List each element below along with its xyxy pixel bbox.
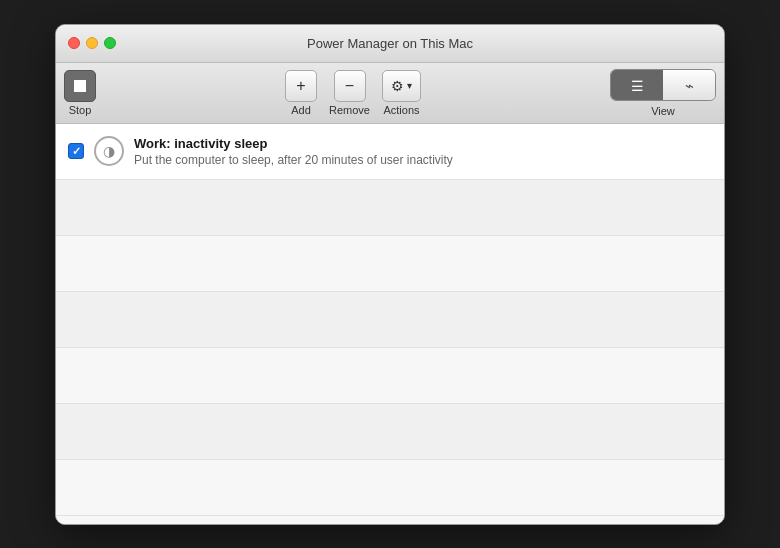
app-window: Power Manager on This Mac Stop + Add − R… (55, 24, 725, 525)
item-title: Work: inactivity sleep (134, 136, 453, 151)
empty-row (56, 292, 724, 348)
actions-group: ⚙ ▾ Actions (382, 70, 421, 116)
stop-icon (74, 80, 86, 92)
empty-row (56, 404, 724, 460)
stop-button[interactable] (64, 70, 96, 102)
item-text: Work: inactivity sleep Put the computer … (134, 136, 453, 167)
chevron-down-icon: ▾ (407, 80, 412, 91)
empty-row (56, 180, 724, 236)
moon-icon: ◑ (103, 143, 115, 159)
center-actions: + Add − Remove ⚙ ▾ Actions (285, 70, 421, 116)
remove-label: Remove (329, 104, 370, 116)
minimize-button[interactable] (86, 37, 98, 49)
check-icon: ✓ (72, 145, 81, 158)
remove-button[interactable]: − (334, 70, 366, 102)
empty-row (56, 348, 724, 404)
close-button[interactable] (68, 37, 80, 49)
titlebar: Power Manager on This Mac (56, 25, 724, 63)
view-group: ☰ ⌁ View (610, 69, 716, 117)
gear-icon: ⚙ (391, 78, 404, 94)
add-button[interactable]: + (285, 70, 317, 102)
empty-row (56, 460, 724, 516)
list-view-button[interactable]: ☰ (611, 70, 663, 101)
actions-label: Actions (383, 104, 419, 116)
stop-button-group: Stop (64, 70, 96, 116)
sleep-icon: ◑ (94, 136, 124, 166)
list-icon: ☰ (631, 78, 644, 94)
chart-icon: ⌁ (685, 77, 694, 95)
item-subtitle: Put the computer to sleep, after 20 minu… (134, 153, 453, 167)
item-checkbox[interactable]: ✓ (68, 143, 84, 159)
stop-label: Stop (69, 104, 92, 116)
add-label: Add (291, 104, 311, 116)
content-area: ✓ ◑ Work: inactivity sleep Put the compu… (56, 124, 724, 524)
list-item[interactable]: ✓ ◑ Work: inactivity sleep Put the compu… (56, 124, 724, 180)
empty-row (56, 236, 724, 292)
view-segment: ☰ ⌁ (610, 69, 716, 101)
traffic-lights (68, 37, 116, 49)
add-group: + Add (285, 70, 317, 116)
view-label: View (651, 105, 675, 117)
maximize-button[interactable] (104, 37, 116, 49)
remove-group: − Remove (329, 70, 370, 116)
toolbar: Stop + Add − Remove ⚙ ▾ Actions (56, 63, 724, 124)
actions-button[interactable]: ⚙ ▾ (382, 70, 421, 102)
window-title: Power Manager on This Mac (307, 36, 473, 51)
chart-view-button[interactable]: ⌁ (663, 70, 715, 101)
